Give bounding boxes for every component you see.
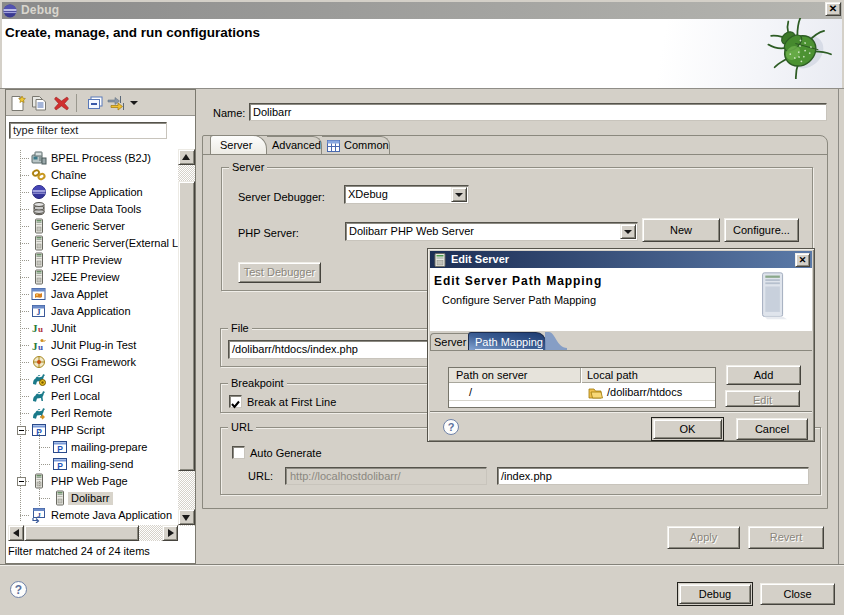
svg-text:u: u bbox=[38, 342, 43, 352]
svg-text:J: J bbox=[37, 308, 41, 317]
svg-text:u: u bbox=[38, 324, 43, 334]
svg-text:P: P bbox=[57, 444, 63, 454]
svg-text:J: J bbox=[37, 511, 41, 519]
svg-text:P: P bbox=[57, 461, 63, 471]
